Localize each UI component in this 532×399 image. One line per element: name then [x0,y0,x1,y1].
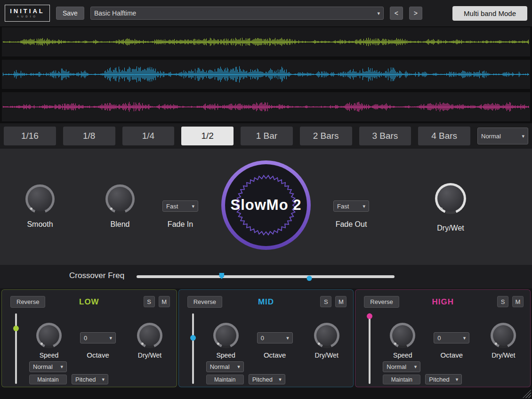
slowmo-logo-inner: SlowMo 2 [225,164,307,246]
trigger-mode-select[interactable]: Normal ▾ [477,128,528,144]
low-octave-label: Octave [73,351,123,359]
drywet-label: Dry/Wet [422,224,479,232]
chevron-down-icon: ▾ [109,335,112,341]
high-band-waveform-row [2,92,530,121]
low-band-waveform [2,27,530,56]
high-octave-select[interactable]: 0 ▾ [434,332,469,343]
division-button-2-bars[interactable]: 2 Bars [300,127,352,145]
band-panels: Reverse LOW S M Speed 0 ▾ Octave Dry/Wet… [0,288,532,388]
crossover-low-mid-handle[interactable] [219,273,224,279]
mid-octave-select[interactable]: 0 ▾ [257,332,293,343]
mid-volume-slider[interactable] [190,313,196,384]
high-octave-label: Octave [426,351,477,359]
high-volume-slider[interactable] [367,313,372,384]
fade-out-label: Fade Out [323,220,379,229]
mid-maintain-button[interactable]: Maintain [206,375,244,384]
blend-knob[interactable] [105,184,135,214]
fade-out-value: Fast [337,203,349,210]
mid-mode-select[interactable]: Normal ▾ [206,361,244,372]
save-button[interactable]: Save [56,7,84,20]
chevron-down-icon: ▾ [522,133,524,139]
next-preset-button[interactable]: > [409,7,422,20]
division-button-1-8[interactable]: 1/8 [63,127,115,145]
blend-label: Blend [92,220,148,229]
mid-speed-label: Speed [207,351,245,359]
slowmo-logo-circle: SlowMo 2 [221,160,311,250]
division-button-3-bars[interactable]: 3 Bars [359,127,411,145]
low-mute-button[interactable]: M [159,296,170,307]
multiband-mode-button[interactable]: Multi band Mode [452,6,527,21]
low-speed-label: Speed [30,351,68,359]
mid-mode-value: Normal [210,363,230,370]
smooth-knob[interactable] [25,184,55,214]
mid-pitch-select[interactable]: Pitched ▾ [249,374,285,384]
division-button-1-4[interactable]: 1/4 [122,127,175,145]
resize-grip[interactable] [523,390,531,398]
high-band-waveform [2,92,530,121]
chevron-down-icon: ▾ [414,364,417,370]
division-button-1-bar[interactable]: 1 Bar [241,127,293,145]
chevron-down-icon: ▾ [363,203,365,209]
chevron-down-icon: ▾ [377,10,380,16]
mid-band-panel: Reverse MID S M Speed 0 ▾ Octave Dry/Wet… [178,289,354,387]
status-bar [0,388,532,399]
fade-out-select[interactable]: Fast ▾ [333,200,369,212]
low-volume-slider[interactable] [13,313,19,384]
low-volume-slider-handle[interactable] [13,326,19,331]
high-octave-value: 0 [437,335,441,342]
mid-mute-button[interactable]: M [335,296,347,307]
initial-audio-logo: INITIAL AUDIO [5,5,50,22]
high-volume-slider-handle[interactable] [367,313,372,319]
preset-select[interactable]: Basic Halftime ▾ [90,7,384,20]
fade-in-select[interactable]: Fast ▾ [162,200,198,212]
crossover-section: Crossover Freq [0,265,532,288]
drywet-knob[interactable] [435,183,466,214]
crossover-slider[interactable] [137,275,395,278]
high-drywet-label: Dry/Wet [484,351,522,359]
high-mute-button[interactable]: M [512,296,524,307]
chevron-down-icon: ▾ [463,335,466,341]
low-drywet-knob[interactable] [137,323,162,348]
low-maintain-button[interactable]: Maintain [29,375,67,384]
header-bar: INITIAL AUDIO Save Basic Halftime ▾ < > … [0,0,532,26]
low-pitch-value: Pitched [75,376,96,383]
chevron-down-icon: ▾ [279,376,282,383]
high-pitch-select[interactable]: Pitched ▾ [425,374,462,384]
crossover-label: Crossover Freq [69,271,124,280]
low-pitch-select[interactable]: Pitched ▾ [72,374,108,384]
division-button-4-bars[interactable]: 4 Bars [418,127,470,145]
high-solo-button[interactable]: S [497,296,508,307]
mid-solo-button[interactable]: S [320,296,331,307]
fade-in-label: Fade In [152,220,209,229]
crossover-mid-high-handle[interactable] [307,276,312,281]
trigger-mode-value: Normal [481,133,501,140]
preset-value: Basic Halftime [94,9,136,17]
low-octave-select[interactable]: 0 ▾ [80,332,116,343]
waveform-display [0,26,532,123]
high-maintain-button[interactable]: Maintain [383,375,420,384]
chevron-down-icon: ▾ [237,364,240,370]
mid-drywet-knob[interactable] [314,323,339,348]
logo-text: INITIAL [10,8,45,15]
division-button-1-2[interactable]: 1/2 [181,127,234,145]
slowmo2-plugin-window: INITIAL AUDIO Save Basic Halftime ▾ < > … [0,0,532,399]
high-drywet-knob[interactable] [491,323,516,348]
high-pitch-value: Pitched [429,376,449,383]
prev-preset-button[interactable]: < [390,7,403,20]
fade-in-value: Fast [166,203,178,210]
low-solo-button[interactable]: S [144,296,155,307]
low-speed-knob[interactable] [36,323,62,348]
low-mode-select[interactable]: Normal ▾ [29,361,67,372]
division-button-1-16[interactable]: 1/16 [4,127,56,145]
mid-band-waveform-row [2,60,530,89]
mid-volume-slider-track [192,313,194,384]
mid-volume-slider-handle[interactable] [190,335,196,341]
high-speed-knob[interactable] [390,323,415,348]
low-octave-value: 0 [84,335,87,342]
mid-speed-knob[interactable] [213,323,239,348]
mid-band-waveform [2,60,530,89]
high-mode-value: Normal [387,363,406,370]
time-division-bar: 1/16 1/8 1/4 1/2 1 Bar 2 Bars 3 Bars 4 B… [0,123,532,149]
high-speed-label: Speed [384,351,421,359]
high-mode-select[interactable]: Normal ▾ [383,361,420,372]
